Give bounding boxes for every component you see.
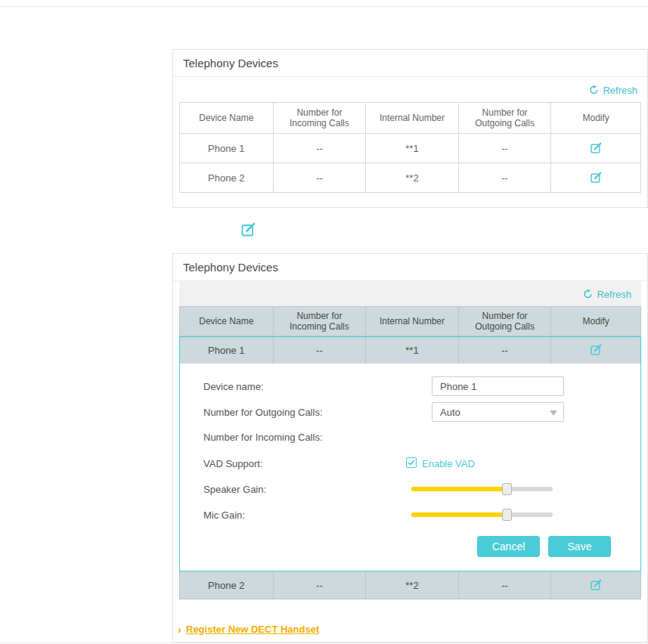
cell-device-name: Phone 2 xyxy=(179,163,273,192)
table-row: Phone 2 -- **2 -- xyxy=(179,571,641,599)
cancel-button[interactable]: Cancel xyxy=(477,536,540,557)
panel-title: Telephony Devices xyxy=(173,50,647,77)
table-header-row: Device Name Number for Incoming Calls In… xyxy=(179,102,641,134)
chevron-right-icon: › xyxy=(178,624,181,635)
outgoing-calls-label: Number for Outgoing Calls: xyxy=(203,407,323,418)
telephony-devices-panel-expanded: Telephony Devices Refresh Device Name Nu… xyxy=(172,253,648,642)
outgoing-calls-value: Auto xyxy=(440,407,460,418)
panel-title: Telephony Devices xyxy=(173,254,647,281)
col-header-internal: Internal Number xyxy=(365,103,458,133)
mic-gain-slider[interactable] xyxy=(411,512,553,517)
cell-device-name: Phone 2 xyxy=(179,571,273,599)
devices-table-expanded: Refresh Device Name Number for Incoming … xyxy=(179,281,641,599)
incoming-calls-label: Number for Incoming Calls: xyxy=(203,432,323,443)
refresh-label: Refresh xyxy=(597,288,631,299)
telephony-devices-panel: Telephony Devices Refresh Device Name Nu… xyxy=(172,49,648,208)
col-header-modify: Modify xyxy=(550,307,641,336)
mic-gain-label: Mic Gain: xyxy=(203,509,245,521)
slider-fill xyxy=(411,512,507,517)
refresh-button[interactable]: Refresh xyxy=(589,84,637,95)
slider-track[interactable] xyxy=(411,512,553,517)
cell-device-name: Phone 1 xyxy=(179,134,273,163)
col-header-device-name: Device Name xyxy=(179,307,273,336)
table-row: Phone 2 -- **2 -- xyxy=(179,163,641,193)
col-header-modify: Modify xyxy=(550,103,641,133)
table-row: Phone 1 -- **1 -- xyxy=(179,134,641,163)
cell-internal: **2 xyxy=(365,163,458,192)
slider-track[interactable] xyxy=(411,487,553,491)
cell-outgoing: -- xyxy=(458,336,551,364)
register-dect-link[interactable]: Register New DECT Handset xyxy=(186,624,319,635)
register-dect-row: › Register New DECT Handset xyxy=(178,624,647,635)
col-header-internal: Internal Number xyxy=(365,307,458,336)
enable-vad-checkbox[interactable] xyxy=(406,457,417,468)
check-icon xyxy=(408,459,415,466)
cell-outgoing: -- xyxy=(458,571,551,599)
cell-modify xyxy=(550,134,641,163)
cell-modify xyxy=(550,571,641,599)
page-top-divider xyxy=(0,6,648,7)
save-button[interactable]: Save xyxy=(548,536,611,557)
cell-incoming: -- xyxy=(273,336,366,364)
refresh-icon xyxy=(589,85,599,94)
cell-internal: **2 xyxy=(365,571,458,599)
cell-modify xyxy=(550,336,641,364)
refresh-button[interactable]: Refresh xyxy=(583,288,631,299)
cell-device-name: Phone 1 xyxy=(179,336,273,364)
cell-outgoing: -- xyxy=(458,163,551,192)
table-toolbar: Refresh xyxy=(179,281,641,306)
table-header-row: Device Name Number for Incoming Calls In… xyxy=(179,306,641,336)
refresh-icon xyxy=(583,289,593,299)
modify-icon[interactable] xyxy=(590,344,602,356)
modify-icon[interactable] xyxy=(590,142,602,154)
modify-icon[interactable] xyxy=(240,222,256,237)
device-name-label: Device name: xyxy=(203,381,263,392)
col-header-outgoing: Number for Outgoing Calls xyxy=(458,103,551,133)
modify-icon[interactable] xyxy=(590,172,602,184)
cell-incoming: -- xyxy=(273,134,366,163)
cell-internal: **1 xyxy=(365,134,458,163)
col-header-incoming: Number for Incoming Calls xyxy=(273,307,366,336)
table-row-selected: Phone 1 -- **1 -- xyxy=(179,336,641,364)
cell-incoming: -- xyxy=(273,571,366,599)
speaker-gain-slider[interactable] xyxy=(411,487,553,491)
enable-vad-label: Enable VAD xyxy=(422,458,475,469)
slider-handle[interactable] xyxy=(502,509,512,521)
slider-fill xyxy=(411,487,507,491)
vad-support-label: VAD Support: xyxy=(203,458,263,469)
device-edit-form: Device name: Number for Outgoing Calls: … xyxy=(179,364,641,571)
slider-handle[interactable] xyxy=(502,483,512,495)
refresh-bar: Refresh xyxy=(173,77,647,102)
cell-outgoing: -- xyxy=(458,134,551,163)
cell-internal: **1 xyxy=(365,336,458,364)
chevron-down-icon xyxy=(550,410,557,416)
speaker-gain-label: Speaker Gain: xyxy=(203,484,266,495)
page-bottom-divider xyxy=(0,642,648,643)
col-header-incoming: Number for Incoming Calls xyxy=(273,103,366,133)
device-name-input[interactable] xyxy=(432,376,564,396)
col-header-outgoing: Number for Outgoing Calls xyxy=(458,307,551,336)
refresh-label: Refresh xyxy=(603,84,637,95)
devices-table: Device Name Number for Incoming Calls In… xyxy=(179,102,641,193)
cell-modify xyxy=(550,163,641,192)
col-header-device-name: Device Name xyxy=(179,103,273,133)
modify-icon[interactable] xyxy=(590,579,602,591)
cell-incoming: -- xyxy=(273,163,366,192)
outgoing-calls-select[interactable]: Auto xyxy=(432,402,564,422)
